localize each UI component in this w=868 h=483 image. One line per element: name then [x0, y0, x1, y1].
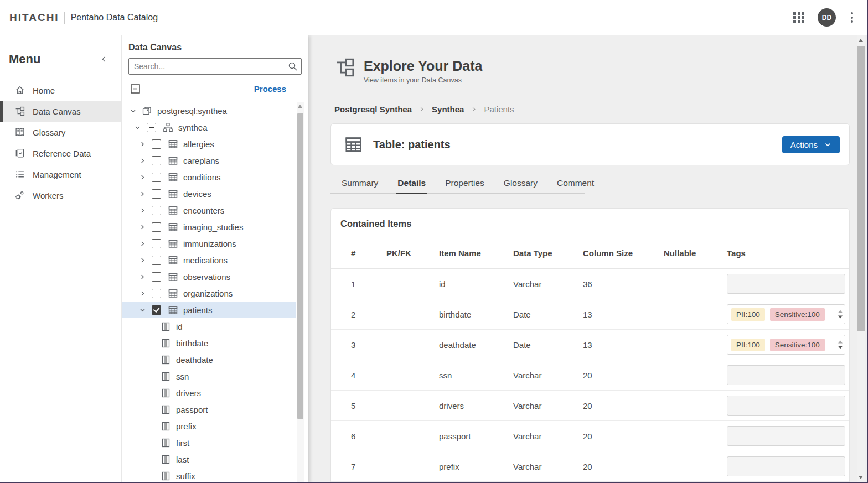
tag-spinner[interactable] [838, 341, 843, 349]
sidebar-item-glossary[interactable]: Glossary [0, 122, 121, 143]
apps-grid-icon[interactable] [793, 12, 804, 23]
tree-item-careplans[interactable]: careplans [122, 152, 296, 169]
tab-glossary[interactable]: Glossary [503, 175, 539, 194]
tree-item-drivers[interactable]: drivers [122, 385, 296, 401]
main-scrollbar[interactable] [857, 35, 865, 482]
collapse-all-icon[interactable] [131, 84, 140, 94]
tree-item-medications[interactable]: medications [122, 252, 296, 268]
sidebar-item-data-canvas[interactable]: Data Canvas [0, 101, 121, 122]
tree-scrollbar-thumb[interactable] [297, 113, 303, 419]
actions-button[interactable]: Actions [782, 136, 840, 153]
chevron-right-icon[interactable] [138, 189, 147, 198]
tree-scrollbar[interactable] [297, 102, 304, 483]
tree-scroll-up-icon[interactable] [298, 105, 302, 108]
chevron-down-icon[interactable] [133, 123, 142, 132]
tree-checkbox[interactable] [152, 272, 161, 282]
tree-checkbox[interactable] [152, 222, 161, 232]
tags-input[interactable] [727, 396, 845, 416]
search-input[interactable] [128, 58, 302, 75]
tree-checkbox[interactable] [152, 173, 161, 182]
tree-item-deathdate[interactable]: deathdate [122, 351, 296, 368]
tree-item-encounters[interactable]: encounters [122, 202, 296, 219]
sidebar-item-home[interactable]: Home [0, 80, 121, 101]
cell-data-type: Varchar [513, 401, 583, 411]
tags-input[interactable]: PII:100Sensitive:100 [727, 335, 845, 355]
chevron-right-icon[interactable] [138, 222, 147, 231]
tag-chip-sensitive[interactable]: Sensitive:100 [770, 308, 825, 321]
tree-item-organizations[interactable]: organizations [122, 285, 296, 302]
chevron-right-icon[interactable] [138, 289, 147, 298]
tree-item-patients[interactable]: patients [122, 302, 296, 318]
main-scrollbar-thumb[interactable] [857, 46, 865, 331]
tree-item-imaging_studies[interactable]: imaging_studies [122, 219, 296, 235]
tree-item-birthdate[interactable]: birthdate [122, 335, 296, 351]
chevron-down-icon[interactable] [128, 106, 137, 115]
tags-input[interactable] [727, 365, 845, 385]
chevron-right-icon[interactable] [138, 239, 147, 248]
tree-item-suffix[interactable]: suffix [122, 468, 296, 483]
sidebar-item-reference-data[interactable]: Reference Data [0, 143, 121, 164]
spinner-down-icon[interactable] [838, 316, 843, 319]
tag-chip-pii[interactable]: PII:100 [731, 308, 765, 321]
spinner-up-icon[interactable] [838, 341, 843, 344]
tree-item-last[interactable]: last [122, 451, 296, 468]
chevron-down-icon[interactable] [138, 305, 147, 314]
cell-number: 7 [351, 462, 386, 471]
tree-item-ssn[interactable]: ssn [122, 368, 296, 385]
spinner-down-icon[interactable] [838, 346, 843, 349]
chevron-right-icon[interactable] [138, 206, 147, 215]
table-row-prefix: 7prefixVarchar20 [331, 451, 849, 482]
tree-checkbox[interactable] [147, 123, 156, 132]
scroll-up-icon[interactable] [859, 39, 863, 42]
tree-checkbox[interactable] [152, 256, 161, 265]
tab-summary[interactable]: Summary [340, 175, 379, 194]
chevron-right-icon[interactable] [138, 173, 147, 181]
collapse-sidebar-icon[interactable] [100, 55, 108, 63]
tree-item-first[interactable]: first [122, 434, 296, 451]
breadcrumb: Postgresql SyntheaSyntheaPatients [334, 105, 856, 114]
tab-comment[interactable]: Comment [556, 175, 595, 194]
sidebar-item-workers[interactable]: Workers [0, 185, 121, 206]
tree-item-label: last [176, 455, 189, 464]
tree-item-immunizations[interactable]: immunizations [122, 235, 296, 252]
tree-checkbox[interactable] [152, 156, 161, 165]
tree-item-conditions[interactable]: conditions [122, 169, 296, 185]
chevron-right-icon[interactable] [138, 139, 147, 148]
tree-checkbox[interactable] [152, 139, 161, 149]
avatar[interactable]: DD [818, 8, 836, 27]
tags-input[interactable] [727, 274, 845, 294]
tree-item-synthea[interactable]: synthea [122, 119, 296, 136]
breadcrumb-item-postgresql-synthea[interactable]: Postgresql Synthea [334, 105, 412, 114]
column-header-column-size: Column Size [583, 248, 664, 258]
tab-details[interactable]: Details [396, 175, 427, 194]
process-link[interactable]: Process [254, 84, 286, 94]
sidebar-item-management[interactable]: Management [0, 164, 121, 185]
chevron-right-icon[interactable] [138, 156, 147, 165]
tree-item-passport[interactable]: passport [122, 401, 296, 418]
tags-input[interactable] [727, 456, 845, 476]
tab-properties[interactable]: Properties [444, 175, 485, 194]
tags-input[interactable]: PII:100Sensitive:100 [727, 304, 845, 324]
chevron-right-icon[interactable] [138, 272, 147, 281]
spinner-up-icon[interactable] [838, 310, 843, 313]
tree-checkbox[interactable] [152, 305, 161, 315]
tree-item-postgresql:synthea[interactable]: postgresql:synthea [122, 102, 296, 119]
tree-item-allergies[interactable]: allergies [122, 136, 296, 152]
search-icon[interactable] [288, 61, 298, 71]
tree-checkbox[interactable] [152, 206, 161, 215]
tree-item-observations[interactable]: observations [122, 268, 296, 285]
tag-chip-sensitive[interactable]: Sensitive:100 [770, 339, 825, 351]
tree-checkbox[interactable] [152, 239, 161, 248]
breadcrumb-item-synthea[interactable]: Synthea [432, 105, 464, 114]
chevron-right-icon[interactable] [138, 256, 147, 264]
tree-checkbox[interactable] [152, 189, 161, 199]
scroll-down-icon[interactable] [859, 476, 863, 479]
tag-spinner[interactable] [838, 310, 843, 319]
tree-item-prefix[interactable]: prefix [122, 418, 296, 434]
tree-item-id[interactable]: id [122, 318, 296, 335]
more-menu-icon[interactable] [849, 11, 855, 24]
tree-item-devices[interactable]: devices [122, 185, 296, 202]
tags-input[interactable] [727, 426, 845, 446]
tag-chip-pii[interactable]: PII:100 [731, 339, 765, 351]
tree-checkbox[interactable] [152, 289, 161, 298]
